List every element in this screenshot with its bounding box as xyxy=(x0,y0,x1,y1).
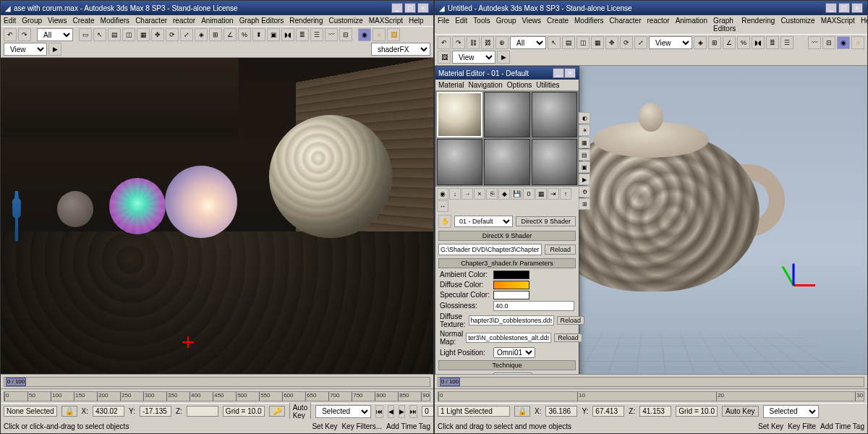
menu-views[interactable]: Views xyxy=(522,17,542,33)
go-sibling-icon[interactable]: ↔ xyxy=(437,200,448,212)
rotate-icon[interactable]: ⟳ xyxy=(620,36,633,49)
put-material-icon[interactable]: ↓ xyxy=(449,188,461,200)
menu-maxscript[interactable]: MAXScript xyxy=(821,17,855,33)
window-crossing-icon[interactable]: ▦ xyxy=(591,36,604,49)
rollout-params[interactable]: Chapter3_shader.fx Parameters xyxy=(438,258,576,268)
material-name-dropdown[interactable]: 01 - Default xyxy=(454,216,513,227)
ref-coord-dropdown[interactable]: View xyxy=(4,43,47,56)
options-icon[interactable]: ⚙ xyxy=(579,186,590,197)
menu-edit[interactable]: Edit xyxy=(455,17,467,33)
curve-editor-icon[interactable]: 〰 xyxy=(325,28,338,41)
sample-type-icon[interactable]: ◐ xyxy=(579,112,590,124)
material-slot-6[interactable] xyxy=(532,139,577,184)
menu-tools[interactable]: Tools xyxy=(473,17,490,33)
mirror-icon[interactable]: ◗◖ xyxy=(281,28,294,41)
percent-snap-icon[interactable]: % xyxy=(737,36,750,49)
percent-snap-icon[interactable]: % xyxy=(238,28,251,41)
play-start-icon[interactable]: ⏮ xyxy=(375,405,383,418)
curve-editor-icon[interactable]: 〰 xyxy=(808,36,821,49)
menu-rendering[interactable]: Rendering xyxy=(741,17,775,33)
mateditor-close-icon[interactable]: × xyxy=(564,68,576,78)
y-coord-input[interactable] xyxy=(592,406,624,417)
material-slot-1[interactable] xyxy=(437,92,482,137)
material-editor-icon[interactable]: ◉ xyxy=(837,36,850,49)
z-coord-input[interactable] xyxy=(187,406,218,417)
setkey-button[interactable]: Set Key xyxy=(312,422,337,430)
minimize-button[interactable]: _ xyxy=(825,3,837,13)
matmenu-options[interactable]: Options xyxy=(507,81,532,89)
glossiness-input[interactable] xyxy=(493,301,574,311)
cursor-icon[interactable]: ↖ xyxy=(93,28,106,41)
snap-toggle-icon[interactable]: ⊞ xyxy=(209,28,222,41)
menu-rendering[interactable]: Rendering xyxy=(289,17,323,25)
menu-character[interactable]: Character xyxy=(135,17,167,25)
material-editor-titlebar[interactable]: Material Editor - 01 - Default _ × xyxy=(435,67,579,80)
keymode-dropdown[interactable]: Selected xyxy=(763,405,819,418)
menu-customize[interactable]: Customize xyxy=(328,17,362,25)
select-icon[interactable]: ▭ xyxy=(79,28,92,41)
sample-uv-icon[interactable]: ▤ xyxy=(579,149,590,161)
bind-icon[interactable]: ⊕ xyxy=(495,36,509,49)
key-icon[interactable]: 🔑 xyxy=(269,406,285,417)
z-coord-input[interactable] xyxy=(639,406,671,417)
addtimetag[interactable]: Add Time Tag xyxy=(820,422,864,430)
shader-type-button[interactable]: DirectX 9 Shader xyxy=(516,216,576,226)
normal-map-input[interactable] xyxy=(466,333,551,343)
material-editor-icon[interactable]: ◉ xyxy=(358,28,371,41)
close-button[interactable]: × xyxy=(851,3,863,13)
layers-icon[interactable]: ☰ xyxy=(780,36,793,49)
unlink-icon[interactable]: ⛓̸ xyxy=(481,36,494,49)
material-slot-3[interactable] xyxy=(532,92,577,137)
technique-dropdown[interactable]: regular xyxy=(493,373,532,374)
x-coord-input[interactable] xyxy=(93,406,124,417)
material-slot-2[interactable] xyxy=(484,92,529,137)
specular-color-swatch[interactable] xyxy=(493,291,529,299)
gizmo-x-axis[interactable] xyxy=(793,284,815,286)
menu-help[interactable]: Help xyxy=(409,17,424,25)
angle-snap-icon[interactable]: ∠ xyxy=(224,28,237,41)
frame-input[interactable] xyxy=(422,406,434,417)
rollout-technique[interactable]: Technique xyxy=(438,360,576,370)
selection-filter-dropdown[interactable]: All xyxy=(37,28,73,41)
backlight-icon[interactable]: ☀ xyxy=(579,124,590,136)
select-by-name-icon[interactable]: ▤ xyxy=(562,36,575,49)
scale-icon[interactable]: ⤢ xyxy=(634,36,647,49)
menu-group[interactable]: Group xyxy=(22,17,42,25)
menu-modifiers[interactable]: Modifiers xyxy=(101,17,130,25)
ambient-color-swatch[interactable] xyxy=(493,271,529,279)
quick-render-icon[interactable]: 🖼 xyxy=(438,51,451,64)
viewport-left[interactable] xyxy=(1,58,433,374)
viewport-right[interactable]: Material Editor - 01 - Default _ × Mater… xyxy=(435,66,867,374)
get-material-icon[interactable]: ◉ xyxy=(437,188,448,200)
rotate-icon[interactable]: ⟳ xyxy=(166,28,179,41)
select-by-name-icon[interactable]: ▤ xyxy=(108,28,121,41)
make-copy-icon[interactable]: ⎘ xyxy=(486,188,498,200)
diffuse-tex-input[interactable] xyxy=(469,315,554,326)
menu-animation[interactable]: Animation xyxy=(201,17,233,25)
redo-icon[interactable]: ↷ xyxy=(452,36,465,49)
window-crossing-icon[interactable]: ▦ xyxy=(137,28,150,41)
minimize-button[interactable]: _ xyxy=(391,3,403,13)
snap-icon[interactable]: ⊞ xyxy=(708,36,721,49)
render-last-icon[interactable]: ▶ xyxy=(48,43,61,56)
undo-icon[interactable]: ↶ xyxy=(438,36,451,49)
matmenu-material[interactable]: Material xyxy=(438,81,464,89)
diffuse-tex-reload[interactable]: Reload xyxy=(557,316,585,325)
timeline-ruler[interactable]: 0 / 100 xyxy=(438,377,864,387)
rect-select-icon[interactable]: ◫ xyxy=(576,36,590,49)
ref-coord-dropdown[interactable]: View xyxy=(649,36,692,49)
play-prev-icon[interactable]: ◀ xyxy=(388,405,394,418)
lock-selection-icon[interactable]: 🔒 xyxy=(514,406,530,417)
material-editor-window[interactable]: Material Editor - 01 - Default _ × Mater… xyxy=(435,66,579,374)
pivot-icon[interactable]: ◈ xyxy=(694,36,707,49)
menu-maxscript[interactable]: MAXScript xyxy=(369,17,403,25)
maximize-button[interactable]: □ xyxy=(838,3,850,13)
mirror-icon[interactable]: ◗◖ xyxy=(752,36,765,49)
timeline-ruler[interactable]: 0 / 100 xyxy=(4,377,430,387)
layers-icon[interactable]: ☰ xyxy=(310,28,323,41)
time-slider[interactable]: 0 / 100 xyxy=(6,378,26,386)
menu-file[interactable]: File xyxy=(438,17,449,33)
timeline-right[interactable]: 0 / 100 xyxy=(435,374,867,388)
timeline-left[interactable]: 0 / 100 xyxy=(1,374,433,388)
align-icon[interactable]: ≣ xyxy=(296,28,309,41)
